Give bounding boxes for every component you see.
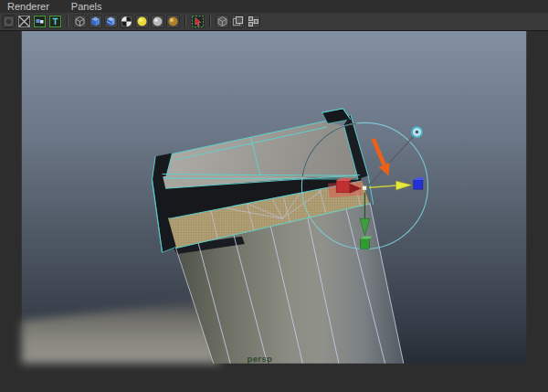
toolbar-separator (184, 16, 186, 27)
wireframe-cube-icon[interactable] (73, 15, 87, 28)
share-view-icon[interactable] (247, 15, 260, 28)
resolution-gate-icon[interactable] (33, 15, 47, 28)
safe-title-icon[interactable] (48, 15, 62, 28)
film-gate-icon[interactable] (17, 15, 31, 28)
textured-cube-icon[interactable] (104, 15, 118, 28)
toolbar-separator (67, 16, 68, 27)
wireframe-on-shaded-icon[interactable] (231, 15, 245, 28)
menu-item-panels[interactable]: Panels (71, 0, 102, 13)
toolbar-separator (209, 16, 211, 27)
ring-handle[interactable] (412, 127, 422, 137)
shaded-cube-icon[interactable] (89, 15, 102, 28)
lighting-flat-icon[interactable] (151, 15, 164, 28)
viewport-3d[interactable]: persp (0, 31, 548, 392)
xray-cube-icon[interactable] (216, 15, 229, 28)
camera-select-icon[interactable] (2, 15, 16, 28)
scene-canvas[interactable]: persp (0, 31, 548, 392)
manipulator-center[interactable] (363, 185, 367, 190)
panel-toolbar (0, 13, 548, 31)
menu-item-renderer[interactable]: Renderer (7, 0, 49, 13)
maya-viewport-panel: Renderer Panels (0, 0, 548, 392)
default-material-icon[interactable] (120, 15, 133, 28)
lighting-default-icon[interactable] (166, 15, 180, 28)
lighting-all-lights-icon[interactable] (135, 15, 149, 28)
isolate-select-icon[interactable] (191, 15, 205, 28)
camera-label: persp (248, 354, 273, 364)
panel-menubar: Renderer Panels (0, 0, 548, 13)
